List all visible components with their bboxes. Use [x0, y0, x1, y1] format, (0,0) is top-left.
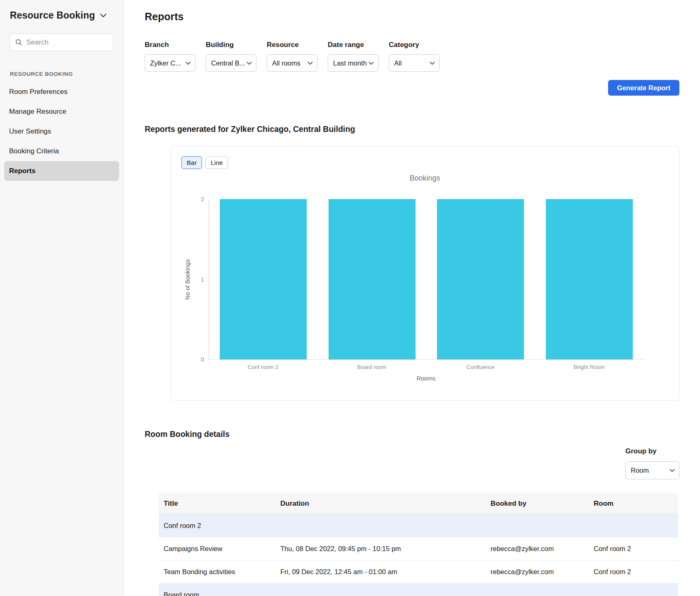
- report-section-heading: Reports generated for Zylker Chicago, Ce…: [145, 124, 679, 134]
- filter-label-building: Building: [206, 41, 256, 49]
- filter-label-resource: Resource: [267, 41, 317, 49]
- y-tick-1: 1: [201, 276, 204, 283]
- y-axis-label: No of Bookings: [184, 259, 191, 299]
- chart-title: Bookings: [181, 174, 668, 183]
- group-by-value: Room: [631, 467, 649, 474]
- chevron-down-icon: [369, 61, 374, 65]
- group-row-board-room: Board room: [159, 584, 678, 596]
- category-select[interactable]: All: [389, 54, 439, 72]
- chevron-down-icon: [100, 13, 107, 18]
- chart-card: Bar Line Bookings No of Bookings 012 Con…: [170, 146, 679, 401]
- chevron-down-icon: [247, 61, 252, 65]
- table-row: Campaigns ReviewThu, 08 Dec 2022, 09:45 …: [159, 537, 678, 561]
- cell-booked-by: rebecca@zylker.com: [486, 561, 589, 583]
- search-input[interactable]: [26, 38, 108, 47]
- y-tick-2: 2: [201, 196, 204, 202]
- chevron-down-icon: [430, 61, 435, 65]
- sidebar-nav: Room PreferencesManage ResourceUser Sett…: [10, 82, 113, 181]
- cell-title: Team Bonding activities: [159, 561, 275, 583]
- sidebar-item-room-preferences[interactable]: Room Preferences: [4, 82, 119, 102]
- sidebar-item-booking-criteria[interactable]: Booking Criteria: [4, 141, 119, 161]
- details-section-heading: Room Booking details: [145, 429, 679, 439]
- group-name: Conf room 2: [159, 514, 206, 537]
- cell-room: Conf room 2: [589, 561, 678, 583]
- selected-value: Last month: [333, 59, 367, 67]
- app-title: Resource Booking: [10, 10, 95, 21]
- cell-booked-by: rebecca@zylker.com: [486, 537, 589, 560]
- filter-category: CategoryAll: [389, 41, 439, 72]
- bookings-table: TitleDurationBooked byRoom Conf room 2Ca…: [159, 493, 678, 596]
- bar-board-room: [329, 199, 416, 359]
- cell-title: Campaigns Review: [159, 537, 275, 560]
- x-axis-label: Rooms: [209, 375, 644, 382]
- line-toggle-button[interactable]: Line: [205, 156, 228, 169]
- search-box[interactable]: [10, 33, 113, 51]
- column-header-title: Title: [159, 493, 275, 514]
- sidebar-section-label: RESOURCE BOOKING: [10, 71, 113, 77]
- sidebar-item-user-settings[interactable]: User Settings: [4, 122, 119, 141]
- selected-value: Zylker C...: [150, 59, 181, 67]
- bar-series: [209, 199, 644, 359]
- filter-label-branch: Branch: [145, 41, 195, 49]
- x-tick-conf-room-2: Conf room 2: [209, 364, 317, 370]
- selected-value: All: [394, 59, 402, 67]
- page-title: Reports: [145, 11, 679, 23]
- chart-plot-area: No of Bookings 012: [209, 199, 644, 360]
- group-by-label: Group by: [625, 447, 679, 455]
- resource-select[interactable]: All rooms: [267, 54, 317, 72]
- bar-confluence: [437, 199, 524, 359]
- filter-building: BuildingCentral B...: [206, 41, 256, 72]
- filter-label-category: Category: [389, 41, 439, 49]
- group-by-select[interactable]: Room: [625, 461, 679, 479]
- x-tick-board-room: Board room: [317, 364, 426, 370]
- filter-label-date-range: Date range: [328, 41, 378, 49]
- bar-bright-room: [546, 199, 633, 359]
- cell-room: Conf room 2: [589, 537, 678, 560]
- filters-row: BranchZylker C...BuildingCentral B...Res…: [145, 41, 679, 72]
- filter-date-range: Date rangeLast month: [328, 41, 378, 72]
- column-header-booked-by: Booked by: [486, 493, 589, 514]
- main-content: Reports BranchZylker C...BuildingCentral…: [124, 0, 700, 596]
- search-icon: [15, 38, 22, 46]
- sidebar-item-manage-resource[interactable]: Manage Resource: [4, 102, 119, 122]
- group-name: Board room: [159, 584, 204, 596]
- branch-select[interactable]: Zylker C...: [145, 54, 195, 72]
- app-switcher[interactable]: Resource Booking: [10, 10, 113, 21]
- table-header-row: TitleDurationBooked byRoom: [159, 493, 678, 514]
- cell-duration: Thu, 08 Dec 2022, 09:45 pm - 10:15 pm: [275, 537, 486, 560]
- chevron-down-icon: [669, 469, 675, 472]
- y-tick-0: 0: [201, 356, 204, 363]
- chevron-down-icon: [186, 61, 191, 65]
- table-row: Team Bonding activitiesFri, 09 Dec 2022,…: [159, 561, 678, 584]
- group-row-conf-room-2: Conf room 2: [159, 514, 678, 537]
- x-tick-confluence: Confluence: [426, 364, 535, 370]
- x-tick-bright-room: Bright Room: [535, 364, 644, 370]
- bar-toggle-button[interactable]: Bar: [181, 156, 202, 169]
- sidebar: Resource Booking RESOURCE BOOKING Room P…: [0, 0, 124, 596]
- bar-conf-room-2: [220, 199, 307, 359]
- generate-report-button[interactable]: Generate Report: [608, 80, 679, 96]
- chevron-down-icon: [308, 61, 313, 65]
- sidebar-item-reports[interactable]: Reports: [4, 161, 119, 181]
- building-select[interactable]: Central B...: [206, 54, 256, 72]
- selected-value: All rooms: [272, 59, 301, 67]
- filter-branch: BranchZylker C...: [145, 41, 195, 72]
- column-header-duration: Duration: [275, 493, 486, 514]
- selected-value: Central B...: [211, 59, 245, 67]
- filter-resource: ResourceAll rooms: [267, 41, 317, 72]
- date-range-select[interactable]: Last month: [328, 54, 378, 72]
- x-axis-tick-labels: Conf room 2Board roomConfluenceBright Ro…: [209, 364, 644, 370]
- cell-duration: Fri, 09 Dec 2022, 12:45 am - 01:00 am: [275, 561, 486, 583]
- column-header-room: Room: [589, 493, 678, 514]
- chart-type-toggle: Bar Line: [181, 156, 668, 169]
